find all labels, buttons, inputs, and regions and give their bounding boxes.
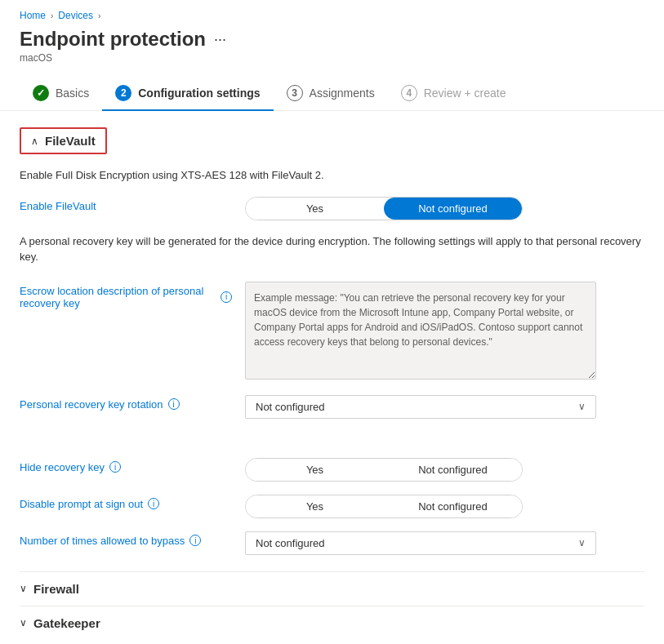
enable-filevault-label: Enable FileVault (20, 197, 232, 212)
breadcrumb-devices[interactable]: Devices (58, 10, 93, 21)
tab-assignments-circle: 3 (287, 85, 303, 101)
disable-prompt-notconfigured[interactable]: Not configured (384, 495, 522, 517)
gatekeeper-chevron-icon: ∨ (20, 617, 27, 628)
tab-assignments[interactable]: 3 Assignments (274, 77, 388, 111)
tab-basics[interactable]: ✓ Basics (20, 77, 102, 111)
rotation-value: Not configured (256, 401, 325, 413)
bypass-control: Not configured ∨ (245, 531, 644, 555)
disable-prompt-info-icon[interactable]: i (148, 498, 159, 509)
tab-configuration-label: Configuration settings (138, 87, 260, 100)
rotation-row: Personal recovery key rotation i Not con… (20, 395, 644, 419)
tab-review[interactable]: 4 Review + create (388, 77, 519, 111)
bypass-chevron-icon: ∨ (578, 537, 586, 549)
escrow-info-icon[interactable]: i (221, 291, 232, 303)
tab-review-label: Review + create (424, 87, 506, 100)
page-title: Endpoint protection (20, 28, 206, 51)
hide-recovery-control: Yes Not configured (245, 458, 644, 482)
enable-filevault-control: Yes Not configured (245, 197, 644, 220)
rotation-chevron-icon: ∨ (578, 401, 586, 412)
enable-filevault-yes[interactable]: Yes (246, 198, 384, 220)
filevault-title: FileVault (45, 134, 96, 148)
escrow-textarea[interactable] (245, 282, 596, 380)
breadcrumb: Home › Devices › (0, 0, 664, 24)
bypass-row: Number of times allowed to bypass i Not … (20, 531, 644, 555)
breadcrumb-chevron-2: › (98, 11, 100, 20)
disable-prompt-yes[interactable]: Yes (246, 495, 384, 517)
tab-review-circle: 4 (401, 85, 417, 101)
disable-prompt-control: Yes Not configured (245, 495, 644, 518)
tab-basics-circle: ✓ (33, 85, 49, 101)
personal-recovery-info: A personal recovery key will be generate… (20, 233, 644, 265)
hide-recovery-row: Hide recovery key i Yes Not configured (20, 458, 644, 482)
disable-prompt-row: Disable prompt at sign out i Yes Not con… (20, 495, 644, 518)
rotation-label: Personal recovery key rotation i (20, 395, 232, 411)
bypass-value: Not configured (256, 537, 325, 549)
filevault-collapse-icon: ∧ (31, 135, 38, 147)
page-subtitle: macOS (20, 52, 644, 64)
bypass-dropdown[interactable]: Not configured ∨ (245, 531, 596, 555)
hide-recovery-label: Hide recovery key i (20, 458, 232, 473)
rotation-dropdown[interactable]: Not configured ∨ (245, 395, 596, 419)
bypass-info-icon[interactable]: i (189, 535, 201, 546)
firewall-section[interactable]: ∨ Firewall (20, 571, 644, 606)
rotation-info-icon[interactable]: i (168, 398, 180, 410)
hide-recovery-yes[interactable]: Yes (246, 459, 384, 481)
enable-filevault-row: Enable FileVault Yes Not configured (20, 197, 644, 220)
more-options-icon[interactable]: ··· (214, 31, 226, 48)
tab-basics-label: Basics (56, 87, 89, 100)
hide-recovery-toggle[interactable]: Yes Not configured (245, 458, 523, 482)
page-header: Endpoint protection ··· macOS (0, 24, 664, 70)
escrow-control (245, 282, 644, 382)
tab-configuration[interactable]: 2 Configuration settings (102, 77, 273, 111)
tabs-bar: ✓ Basics 2 Configuration settings 3 Assi… (0, 70, 664, 111)
tab-assignments-label: Assignments (310, 87, 375, 100)
disable-prompt-toggle[interactable]: Yes Not configured (245, 495, 523, 518)
gatekeeper-title: Gatekeeper (33, 616, 100, 630)
hide-recovery-info-icon[interactable]: i (109, 461, 121, 473)
bypass-label: Number of times allowed to bypass i (20, 531, 232, 547)
rotation-control: Not configured ∨ (245, 395, 644, 419)
hide-recovery-notconfigured[interactable]: Not configured (384, 459, 522, 481)
main-content: ∧ FileVault Enable Full Disk Encryption … (0, 111, 664, 644)
enable-filevault-notconfigured[interactable]: Not configured (384, 198, 522, 220)
breadcrumb-home[interactable]: Home (20, 10, 46, 21)
escrow-row: Escrow location description of personal … (20, 282, 644, 382)
filevault-description: Enable Full Disk Encryption using XTS-AE… (20, 167, 644, 184)
filevault-section: ∧ FileVault Enable Full Disk Encryption … (20, 127, 644, 555)
enable-filevault-toggle[interactable]: Yes Not configured (245, 197, 523, 220)
disable-prompt-label: Disable prompt at sign out i (20, 495, 232, 510)
breadcrumb-chevron-1: › (51, 11, 53, 20)
filevault-header[interactable]: ∧ FileVault (20, 127, 107, 154)
gatekeeper-section[interactable]: ∨ Gatekeeper (20, 606, 644, 640)
escrow-label: Escrow location description of personal … (20, 282, 232, 309)
firewall-chevron-icon: ∨ (20, 583, 27, 594)
firewall-title: Firewall (33, 582, 79, 596)
tab-configuration-circle: 2 (115, 85, 131, 101)
